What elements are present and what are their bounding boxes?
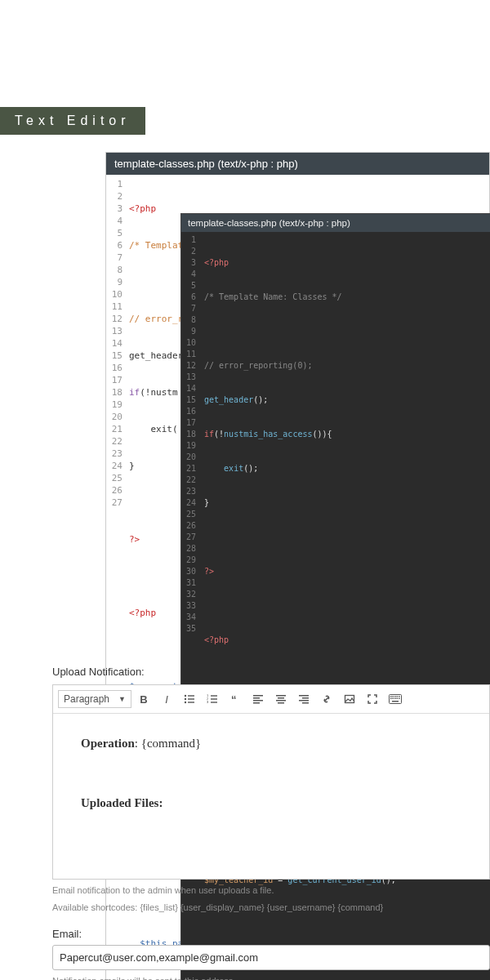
svg-rect-33 xyxy=(394,698,396,700)
help-text-2: Available shortcodes: {files_list} {user… xyxy=(52,902,490,914)
image-icon[interactable] xyxy=(339,688,360,710)
svg-point-0 xyxy=(185,695,186,697)
svg-rect-5 xyxy=(188,702,194,702)
svg-rect-35 xyxy=(399,698,400,700)
keyboard-icon[interactable] xyxy=(385,688,406,710)
format-select-label: Paragraph xyxy=(64,693,109,705)
svg-rect-16 xyxy=(276,695,286,697)
svg-rect-36 xyxy=(392,701,399,702)
section-label-text-editor: Text Editor xyxy=(0,107,145,135)
svg-rect-31 xyxy=(390,698,392,700)
svg-rect-26 xyxy=(390,696,392,697)
svg-rect-7 xyxy=(211,695,217,696)
editor-light-title: template-classes.php (text/x-php : php) xyxy=(106,153,489,175)
content-uploaded-files: Uploaded Files: xyxy=(81,796,466,810)
upload-notification-heading: Upload Notification: xyxy=(52,666,490,678)
svg-rect-27 xyxy=(393,696,394,697)
email-help-1: Notification emails will be sent to this… xyxy=(52,975,490,980)
svg-rect-21 xyxy=(302,697,309,699)
svg-rect-22 xyxy=(299,700,309,702)
svg-rect-14 xyxy=(253,700,263,702)
svg-rect-29 xyxy=(397,696,399,697)
svg-rect-9 xyxy=(211,698,217,699)
italic-icon[interactable]: I xyxy=(156,688,177,710)
svg-rect-23 xyxy=(302,702,309,704)
svg-rect-17 xyxy=(278,697,284,699)
fullscreen-icon[interactable] xyxy=(362,688,383,710)
svg-rect-19 xyxy=(278,702,284,704)
link-icon[interactable] xyxy=(316,688,337,710)
quote-icon[interactable]: “ xyxy=(225,688,246,710)
svg-rect-13 xyxy=(253,697,260,699)
svg-text:3: 3 xyxy=(207,700,209,704)
rte-toolbar: Paragraph ▼ B I 123 “ xyxy=(53,685,489,714)
bold-icon[interactable]: B xyxy=(133,688,154,710)
svg-rect-3 xyxy=(188,698,194,699)
format-select[interactable]: Paragraph ▼ xyxy=(58,690,131,708)
editor-dark-title: template-classes.php (text/x-php : php) xyxy=(181,214,490,232)
svg-rect-18 xyxy=(276,700,286,702)
svg-rect-34 xyxy=(397,698,399,700)
align-right-icon[interactable] xyxy=(293,688,314,710)
svg-rect-20 xyxy=(299,695,309,697)
help-text-1: Email notification to the admin when use… xyxy=(52,884,490,897)
ol-icon[interactable]: 123 xyxy=(202,688,223,710)
rich-text-editor: Paragraph ▼ B I 123 “ xyxy=(52,684,490,880)
svg-rect-30 xyxy=(399,696,400,697)
chevron-down-icon: ▼ xyxy=(118,695,126,703)
rte-content[interactable]: Operation: {command} Uploaded Files: xyxy=(53,714,489,879)
email-block: Email: Notification emails will be sent … xyxy=(52,928,490,980)
svg-rect-12 xyxy=(253,695,263,697)
svg-rect-11 xyxy=(211,702,217,702)
svg-rect-15 xyxy=(253,702,260,704)
email-label: Email: xyxy=(52,928,490,940)
svg-point-2 xyxy=(185,698,186,700)
svg-rect-1 xyxy=(188,695,194,696)
svg-point-4 xyxy=(185,702,186,703)
svg-rect-28 xyxy=(394,696,396,697)
upload-notification-section: Upload Notification: Paragraph ▼ B I 123… xyxy=(52,666,490,980)
svg-rect-32 xyxy=(393,698,394,700)
align-center-icon[interactable] xyxy=(270,688,292,710)
email-field[interactable] xyxy=(52,945,490,970)
align-left-icon[interactable] xyxy=(247,688,269,710)
content-operation: Operation: {command} xyxy=(81,737,466,751)
ul-icon[interactable] xyxy=(179,688,200,710)
